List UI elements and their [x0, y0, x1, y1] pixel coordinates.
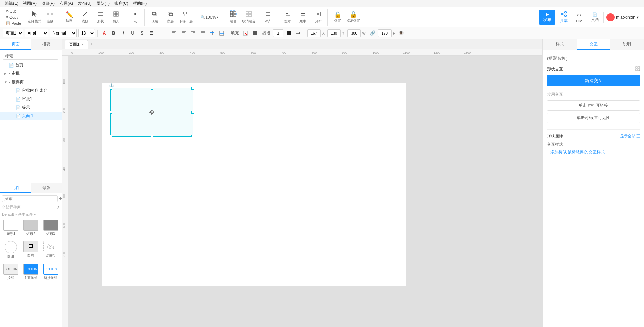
font-select[interactable]: Arial	[25, 29, 48, 37]
user-menu[interactable]: miaoxinxin ▾	[603, 12, 641, 23]
menu-publish[interactable]: 发布(U)	[76, 0, 94, 7]
comp-link-button[interactable]: BUTTON 链接按钮	[42, 262, 60, 282]
tree-item-approval-content[interactable]: 📄 审批内容 废弃	[0, 86, 62, 95]
open-link-button[interactable]: 单击时/打开链接	[547, 100, 640, 111]
tab-components[interactable]: 元件	[0, 183, 31, 193]
distribute-button[interactable]: 分布	[311, 10, 326, 25]
html-button[interactable]: </> HTML	[572, 10, 586, 24]
tree-item-hint[interactable]: 📄 提示	[0, 103, 62, 112]
menu-help[interactable]: 帮助(H)	[131, 0, 149, 7]
show-all-button[interactable]: 显示全部 ☰	[620, 134, 640, 139]
resize-handle-mr[interactable]	[191, 111, 194, 114]
fill-empty-button[interactable]	[241, 29, 249, 37]
tab-style[interactable]: 样式	[543, 39, 577, 50]
menu-edit[interactable]: 编辑(E)	[3, 0, 20, 7]
copy-button[interactable]: ⧉ Copy	[4, 14, 23, 20]
left-align-button[interactable]: 左对	[280, 10, 295, 25]
set-visibility-button[interactable]: 单击时/设置可见性	[547, 113, 640, 123]
comp-circle[interactable]: 圆形	[2, 240, 20, 260]
resize-handle-tm[interactable]	[151, 87, 153, 90]
comp-button[interactable]: BUTTON 按钮	[2, 262, 20, 282]
shape-name-input[interactable]	[547, 54, 640, 62]
text-align-left-button[interactable]	[170, 29, 178, 37]
resize-handle-tr[interactable]	[191, 87, 194, 90]
tree-item-discard[interactable]: ▼ ▪ 废弃页	[0, 78, 62, 86]
line-button[interactable]: 线段	[77, 10, 92, 25]
ordered-list-button[interactable]: ≡	[157, 29, 165, 37]
fill-color-button[interactable]	[251, 29, 259, 37]
stroke-color-button[interactable]	[285, 29, 293, 37]
menu-account[interactable]: 账户(C)	[112, 0, 130, 7]
close-tab-icon[interactable]: ×	[82, 43, 84, 46]
text-color-button[interactable]: A	[100, 29, 108, 37]
tab-pages[interactable]: 页面	[0, 39, 31, 50]
group-button[interactable]: 组合	[226, 10, 241, 25]
canvas-tab-page1[interactable]: 页面1 ×	[65, 40, 88, 49]
resize-handle-bl[interactable]	[110, 135, 112, 137]
zoom-button[interactable]: 🔍 100% ▾	[198, 10, 221, 25]
comp-primary-button[interactable]: BUTTON 主要按钮	[22, 262, 40, 282]
size-select[interactable]: 13	[78, 29, 95, 37]
center-align-button[interactable]: 居中	[295, 10, 310, 25]
share-button[interactable]: 共享	[558, 9, 570, 25]
point-button[interactable]: 点	[128, 10, 143, 25]
comp-rect2[interactable]: 矩形2	[22, 218, 40, 238]
menu-layout[interactable]: 布局(A)	[58, 0, 75, 7]
comp-placeholder[interactable]: 占位符	[42, 240, 60, 260]
doc-button[interactable]: 📄 文档	[589, 11, 601, 24]
resize-handle-ml[interactable]	[110, 111, 112, 114]
paste-button[interactable]: 📋 Paste	[4, 20, 23, 26]
x-input[interactable]	[307, 29, 321, 37]
add-page-icon[interactable]: □	[60, 53, 62, 59]
canvas-content[interactable]: ⚓ ✥	[68, 56, 542, 327]
visibility-button[interactable]: 👁️	[397, 29, 405, 37]
bottom-layer-button[interactable]: 底层	[163, 10, 178, 25]
add-interaction-style-button[interactable]: + 添加类似'鼠标悬停'的交互样式	[547, 149, 640, 155]
tab-outline[interactable]: 概要	[31, 39, 62, 50]
new-interaction-button[interactable]: 新建交互	[547, 75, 640, 86]
text-align-top-button[interactable]	[208, 29, 216, 37]
comp-rect3[interactable]: 矩形3	[42, 218, 60, 238]
unordered-list-button[interactable]: ☰	[148, 29, 156, 37]
comp-rect1[interactable]: 矩形1	[2, 218, 20, 238]
tree-item-approval1[interactable]: 📄 审批1	[0, 95, 62, 103]
ungroup-button[interactable]: 取消组合	[241, 10, 256, 25]
tab-interaction[interactable]: 交互	[577, 39, 610, 50]
stroke-style-button[interactable]	[294, 29, 302, 37]
stroke-value-input[interactable]	[273, 29, 283, 37]
text-overflow-button[interactable]	[218, 29, 226, 37]
h-input[interactable]	[378, 29, 392, 37]
menu-project[interactable]: 项目(P)	[39, 0, 57, 7]
resize-handle-tl[interactable]	[110, 87, 112, 90]
menu-view[interactable]: 视图(V)	[21, 0, 39, 7]
add-canvas-tab-icon[interactable]: +	[88, 40, 96, 49]
bold-button[interactable]: B	[110, 29, 118, 37]
selected-rectangle[interactable]: ⚓ ✥	[110, 88, 193, 137]
italic-button[interactable]: I	[119, 29, 127, 37]
style-select[interactable]: Normal	[50, 29, 77, 37]
menu-team[interactable]: 团队(T)	[94, 0, 112, 7]
text-align-right-button[interactable]	[189, 29, 197, 37]
text-align-center-button[interactable]	[180, 29, 188, 37]
resize-handle-bm[interactable]	[151, 135, 153, 137]
tree-item-page1[interactable]: 📄 页面 1	[0, 112, 62, 120]
move-down-button[interactable]: 下移一层	[178, 10, 193, 25]
tree-search-input[interactable]	[3, 53, 58, 60]
comp-search-input[interactable]	[2, 195, 58, 202]
align-button[interactable]: 对齐	[261, 10, 275, 25]
top-layer-button[interactable]: 顶层	[147, 10, 162, 25]
tree-item-approval[interactable]: ▶ ▪ 审批	[0, 69, 62, 78]
select-mode-button[interactable]: 选择模式	[27, 10, 42, 25]
tab-notes[interactable]: 说明	[610, 39, 644, 50]
lock-button[interactable]: 🔒 锁定	[330, 10, 345, 25]
unlock-button[interactable]: 🔓 取消锁定	[346, 10, 361, 25]
publish-button[interactable]: ▶ 发布	[539, 10, 555, 25]
underline-button[interactable]: U	[129, 29, 137, 37]
comp-section-sub[interactable]: Default » 基本元件 ▾	[2, 211, 60, 218]
insert-button[interactable]: 插入	[109, 10, 124, 25]
expand-section-icon[interactable]	[635, 66, 640, 72]
tab-masters[interactable]: 母版	[31, 183, 62, 193]
cut-button[interactable]: ✂ cut Cut	[4, 8, 23, 14]
comp-collapse-icon[interactable]: ∧	[57, 205, 60, 210]
move-handle[interactable]: ✥	[149, 108, 155, 116]
